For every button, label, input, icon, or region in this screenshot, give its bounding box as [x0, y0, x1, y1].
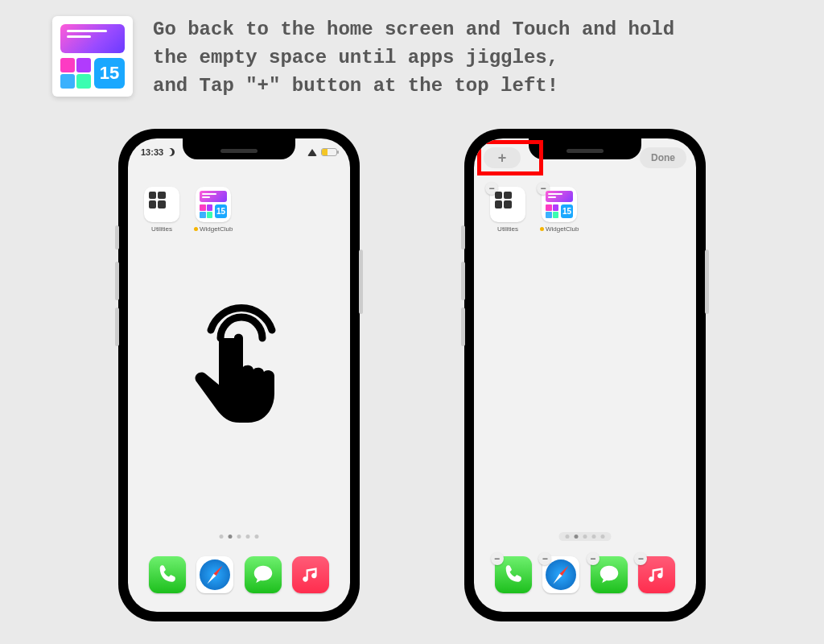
volume-down-button	[115, 308, 119, 346]
touch-hold-gesture-icon	[179, 294, 299, 434]
power-button	[705, 250, 709, 314]
dock: − − − −	[484, 549, 686, 601]
status-time: 13:33	[141, 147, 163, 157]
phone-after: + Done − Utilities −	[464, 129, 706, 621]
app-label: WidgetClub	[540, 225, 579, 233]
phone-before: 13:33 Utilities	[118, 129, 360, 621]
app-utilities[interactable]: − Utilities	[488, 187, 527, 233]
download-dot-icon	[194, 227, 198, 231]
dock-messages-app[interactable]: −	[591, 556, 628, 593]
app-widgetclub[interactable]: − 15 WidgetClub	[540, 187, 579, 233]
dock-messages-app[interactable]	[245, 556, 282, 593]
app-widgetclub[interactable]: 15 WidgetClub	[194, 187, 233, 233]
done-button[interactable]: Done	[640, 147, 686, 168]
power-button	[359, 250, 363, 314]
battery-icon	[321, 148, 337, 156]
mute-switch	[115, 225, 119, 250]
app-utilities[interactable]: Utilities	[142, 187, 181, 233]
page-indicator[interactable]	[559, 532, 612, 541]
remove-badge-icon[interactable]: −	[634, 552, 647, 565]
download-dot-icon	[540, 227, 544, 231]
dnd-moon-icon	[167, 148, 175, 156]
volume-up-button	[461, 262, 465, 300]
instruction-header: 15 Go back to the home screen and Touch …	[52, 16, 674, 100]
dock-music-app[interactable]: −	[638, 556, 675, 593]
dock-safari-app[interactable]: −	[542, 556, 579, 593]
add-widget-button[interactable]: +	[484, 147, 521, 168]
app-label: Utilities	[488, 225, 527, 233]
wifi-icon	[307, 149, 317, 156]
app-label: Utilities	[142, 225, 181, 233]
page-indicator[interactable]	[213, 532, 266, 541]
volume-up-button	[115, 262, 119, 300]
app-label: WidgetClub	[194, 225, 233, 233]
dock-phone-app[interactable]	[149, 556, 186, 593]
dock-music-app[interactable]	[292, 556, 329, 593]
volume-down-button	[461, 308, 465, 346]
widgetclub-app-icon: 15	[52, 16, 133, 97]
mute-switch	[461, 225, 465, 250]
dock-safari-app[interactable]	[196, 556, 233, 593]
dock-phone-app[interactable]: −	[495, 556, 532, 593]
dock	[138, 549, 340, 601]
notch	[183, 138, 295, 159]
calendar-number: 15	[94, 58, 125, 89]
instruction-text: Go back to the home screen and Touch and…	[153, 16, 674, 100]
